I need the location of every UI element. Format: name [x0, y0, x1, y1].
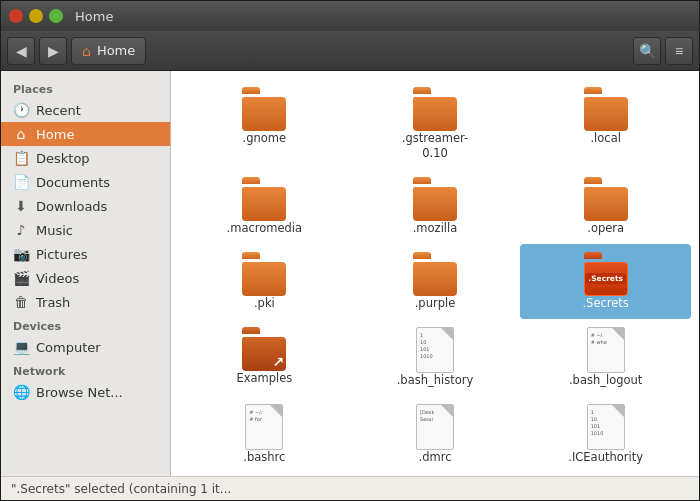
documents-icon: 📄 [13, 174, 29, 190]
file-label: .opera [587, 221, 624, 236]
home-icon: ⌂ [82, 43, 91, 59]
folder-icon [240, 177, 288, 221]
file-item[interactable]: .local [520, 79, 691, 169]
toolbar: ◀ ▶ ⌂ Home 🔍 ≡ [1, 31, 699, 71]
file-item[interactable]: .gnome [179, 79, 350, 169]
file-item[interactable]: # ~/.# for .bashrc [179, 396, 350, 473]
file-label: .Secrets [582, 296, 628, 311]
sidebar-item-computer[interactable]: 💻 Computer [1, 335, 170, 359]
file-item[interactable]: [DeskSessi .dmrc [350, 396, 521, 473]
videos-icon: 🎬 [13, 270, 29, 286]
home-nav-icon: ⌂ [13, 126, 29, 142]
file-label: .bash_logout [569, 373, 642, 388]
file-item[interactable]: .pki [179, 244, 350, 319]
sidebar-item-label: Computer [36, 340, 101, 355]
file-item-secrets[interactable]: .Secrets .Secrets [520, 244, 691, 319]
sidebar-item-documents[interactable]: 📄 Documents [1, 170, 170, 194]
file-label: .ICEauthority [568, 450, 643, 465]
sidebar-item-label: Browse Net... [36, 385, 123, 400]
file-label: .purple [415, 296, 456, 311]
sidebar-item-desktop[interactable]: 📋 Desktop [1, 146, 170, 170]
places-label: Places [1, 77, 170, 98]
sidebar-item-label: Videos [36, 271, 79, 286]
sidebar-item-pictures[interactable]: 📷 Pictures [1, 242, 170, 266]
folder-secrets-icon: .Secrets [582, 252, 630, 296]
sidebar-item-trash[interactable]: 🗑 Trash [1, 290, 170, 314]
file-label: .dmrc [419, 450, 452, 465]
recent-icon: 🕐 [13, 102, 29, 118]
file-label: .bashrc [243, 450, 285, 465]
computer-icon: 💻 [13, 339, 29, 355]
text-file-icon: # ~/.# whe [587, 327, 625, 373]
minimize-button[interactable] [29, 9, 43, 23]
close-button[interactable] [9, 9, 23, 23]
file-item[interactable]: .mozilla [350, 169, 521, 244]
folder-icon [240, 252, 288, 296]
file-manager-window: Home ◀ ▶ ⌂ Home 🔍 ≡ Places 🕐 Recent ⌂ Ho… [0, 0, 700, 501]
sidebar-item-videos[interactable]: 🎬 Videos [1, 266, 170, 290]
folder-icon [582, 177, 630, 221]
text-file-icon: 1101011010 [587, 404, 625, 450]
maximize-button[interactable] [49, 9, 63, 23]
file-label: .gstreamer-0.10 [390, 131, 480, 161]
text-file-icon: 1101011010 [416, 327, 454, 373]
text-file-icon: # ~/.# for [245, 404, 283, 450]
file-item[interactable]: .purple [350, 244, 521, 319]
file-item[interactable]: 1101011010 .ICEauthority [520, 396, 691, 473]
sidebar-item-label: Downloads [36, 199, 107, 214]
location-text: Home [97, 43, 135, 58]
network-label: Network [1, 359, 170, 380]
devices-label: Devices [1, 314, 170, 335]
sidebar-item-home[interactable]: ⌂ Home [1, 122, 170, 146]
file-item[interactable]: .gstreamer-0.10 [350, 79, 521, 169]
sidebar-item-downloads[interactable]: ⬇ Downloads [1, 194, 170, 218]
file-label: .pki [254, 296, 275, 311]
downloads-icon: ⬇ [13, 198, 29, 214]
statusbar: ".Secrets" selected (containing 1 it... [1, 476, 699, 500]
file-label: .local [590, 131, 620, 146]
file-area: .gnome .gstreamer-0.10 .loca [171, 71, 699, 476]
file-label: .gnome [243, 131, 287, 146]
sidebar-item-music[interactable]: ♪ Music [1, 218, 170, 242]
folder-icon [411, 252, 459, 296]
file-item[interactable]: 1101011010 .bash_history [350, 319, 521, 396]
file-item[interactable]: .opera [520, 169, 691, 244]
file-item[interactable]: # ~/.# whe .bash_logout [520, 319, 691, 396]
sidebar-item-label: Documents [36, 175, 110, 190]
forward-button[interactable]: ▶ [39, 37, 67, 65]
sidebar-item-browse-net[interactable]: 🌐 Browse Net... [1, 380, 170, 404]
back-button[interactable]: ◀ [7, 37, 35, 65]
file-label: Examples [236, 371, 292, 386]
folder-icon [582, 87, 630, 131]
sidebar-item-label: Music [36, 223, 73, 238]
sidebar-item-label: Recent [36, 103, 81, 118]
file-grid: .gnome .gstreamer-0.10 .loca [179, 79, 691, 476]
window-title: Home [75, 9, 113, 24]
main-area: Places 🕐 Recent ⌂ Home 📋 Desktop 📄 Docum… [1, 71, 699, 476]
sidebar-item-recent[interactable]: 🕐 Recent [1, 98, 170, 122]
text-file-icon: [DeskSessi [416, 404, 454, 450]
file-label: .mozilla [413, 221, 458, 236]
trash-icon: 🗑 [13, 294, 29, 310]
folder-icon [411, 87, 459, 131]
menu-button[interactable]: ≡ [665, 37, 693, 65]
sidebar-item-label: Desktop [36, 151, 90, 166]
folder-icon [240, 87, 288, 131]
file-item[interactable]: .macromedia [179, 169, 350, 244]
menu-icon: ≡ [675, 43, 683, 59]
desktop-icon: 📋 [13, 150, 29, 166]
network-icon: 🌐 [13, 384, 29, 400]
search-icon: 🔍 [639, 43, 656, 59]
sidebar-item-label: Trash [36, 295, 70, 310]
file-label: .macromedia [227, 221, 303, 236]
status-text: ".Secrets" selected (containing 1 it... [11, 482, 231, 496]
search-button[interactable]: 🔍 [633, 37, 661, 65]
pictures-icon: 📷 [13, 246, 29, 262]
file-item[interactable]: ↗ Examples [179, 319, 350, 396]
file-label: .bash_history [397, 373, 474, 388]
sidebar-item-label: Home [36, 127, 74, 142]
location-bar[interactable]: ⌂ Home [71, 37, 146, 65]
sidebar: Places 🕐 Recent ⌂ Home 📋 Desktop 📄 Docum… [1, 71, 171, 476]
titlebar: Home [1, 1, 699, 31]
music-icon: ♪ [13, 222, 29, 238]
